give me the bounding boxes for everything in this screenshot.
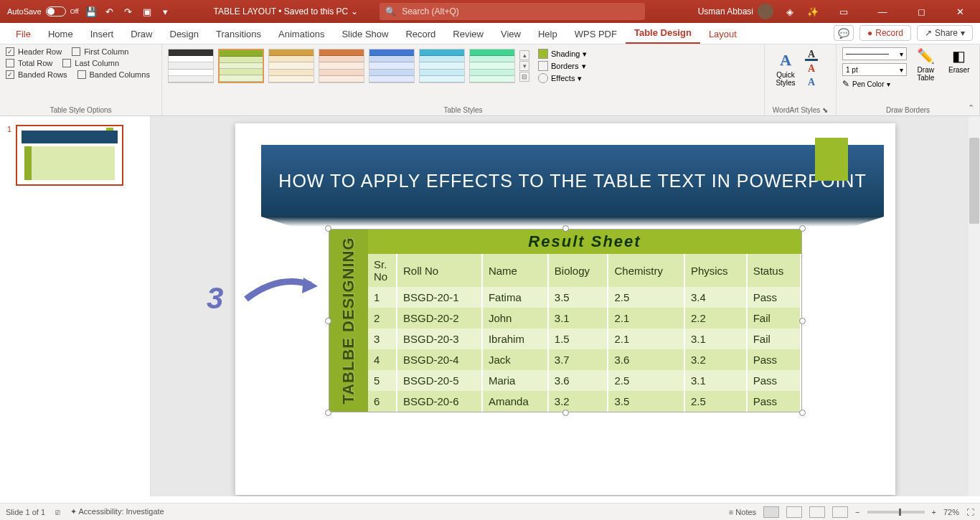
ribbon-mode-icon[interactable]: ▭ <box>829 1 858 22</box>
accessibility-status[interactable]: ✦ Accessibility: Investigate <box>70 507 164 516</box>
slide-thumbnail-1[interactable] <box>16 125 123 186</box>
selection-handle[interactable] <box>325 318 331 324</box>
status-bar: Slide 1 of 1 ⎚ ✦ Accessibility: Investig… <box>0 503 980 520</box>
document-title[interactable]: TABLE LAYOUT • Saved to this PC ⌄ <box>214 6 359 16</box>
table-object[interactable]: TABLBE DESIGNING Result Sheet Sr. No Rol… <box>329 229 802 412</box>
style-thumb-selected[interactable] <box>218 49 264 83</box>
text-effects-button[interactable]: A <box>805 77 818 88</box>
group-label-style-options: Table Style Options <box>6 105 156 114</box>
diamond-icon[interactable]: ◈ <box>783 5 796 18</box>
pen-weight-select[interactable]: 1 pt▾ <box>842 63 907 76</box>
tab-animations[interactable]: Animations <box>270 24 333 44</box>
table-row: 6BSGD-20-6Amanda3.23.52.5Pass <box>368 391 801 412</box>
tab-home[interactable]: Home <box>39 24 82 44</box>
vertical-scrollbar[interactable] <box>969 116 980 496</box>
slide-title: HOW TO APPLY EFFECTS TO THE TABLE TEXT I… <box>278 171 866 192</box>
pen-style-select[interactable]: ▾ <box>842 47 907 60</box>
undo-icon[interactable]: ↶ <box>103 5 116 18</box>
selection-handle[interactable] <box>562 410 569 416</box>
zoom-slider[interactable] <box>867 511 925 514</box>
sorter-view-button[interactable] <box>786 506 802 518</box>
text-outline-button[interactable]: A <box>805 63 818 75</box>
title-banner: HOW TO APPLY EFFECTS TO THE TABLE TEXT I… <box>261 145 884 217</box>
search-input[interactable]: 🔍 Search (Alt+Q) <box>380 3 645 20</box>
slide-canvas[interactable]: HOW TO APPLY EFFECTS TO THE TABLE TEXT I… <box>235 123 895 495</box>
tab-help[interactable]: Help <box>529 24 566 44</box>
toggle-switch[interactable] <box>46 6 66 16</box>
redo-icon[interactable]: ↷ <box>122 5 135 18</box>
maximize-button[interactable]: ◻ <box>907 1 936 22</box>
tab-wps-pdf[interactable]: WPS PDF <box>566 24 626 44</box>
selection-handle[interactable] <box>562 225 569 232</box>
close-button[interactable]: ✕ <box>946 1 974 22</box>
comments-button[interactable]: 💬 <box>834 25 854 41</box>
autosave-toggle[interactable]: AutoSave Off <box>7 6 79 16</box>
selection-handle[interactable] <box>799 318 806 324</box>
tab-record[interactable]: Record <box>397 24 444 44</box>
group-label-table-styles: Table Styles <box>168 105 758 114</box>
save-icon[interactable]: 💾 <box>85 5 98 18</box>
style-thumb[interactable] <box>319 49 364 83</box>
collapse-ribbon-icon[interactable]: ⌃ <box>968 103 974 113</box>
gallery-scroll-up[interactable]: ▴ <box>519 50 529 60</box>
gallery-scroll-down[interactable]: ▾ <box>519 61 529 71</box>
slide-editor[interactable]: HOW TO APPLY EFFECTS TO THE TABLE TEXT I… <box>151 116 980 496</box>
chk-header-row[interactable]: ✓Header Row <box>6 47 62 56</box>
search-icon: 🔍 <box>385 6 396 16</box>
col-header: Roll No <box>397 254 482 287</box>
fit-window-button[interactable]: ⛶ <box>966 508 974 516</box>
slideshow-view-button[interactable] <box>832 506 848 518</box>
gallery-more[interactable]: ⊟ <box>519 72 529 82</box>
zoom-out-button[interactable]: − <box>855 508 859 516</box>
effects-dropdown[interactable]: Effects ▾ <box>538 73 587 83</box>
table-row: 3BSGD-20-3Ibrahim1.52.13.1Fail <box>368 328 801 349</box>
minimize-button[interactable]: — <box>868 1 897 22</box>
chk-banded-rows[interactable]: ✓Banded Rows <box>6 70 67 79</box>
style-thumb[interactable] <box>168 49 214 83</box>
selection-handle[interactable] <box>325 225 331 232</box>
tab-table-design[interactable]: Table Design <box>626 23 700 44</box>
reading-view-button[interactable] <box>809 506 825 518</box>
tab-review[interactable]: Review <box>444 24 492 44</box>
tab-insert[interactable]: Insert <box>82 24 123 44</box>
style-thumb[interactable] <box>268 49 314 83</box>
selection-handle[interactable] <box>799 410 806 416</box>
share-button[interactable]: ↗ Share ▾ <box>917 25 973 41</box>
zoom-level[interactable]: 72% <box>943 508 959 516</box>
tab-view[interactable]: View <box>492 24 529 44</box>
title-bar: AutoSave Off 💾 ↶ ↷ ▣ ▾ TABLE LAYOUT • Sa… <box>0 0 980 23</box>
tab-layout[interactable]: Layout <box>700 24 745 44</box>
style-thumb[interactable] <box>469 49 515 83</box>
normal-view-button[interactable] <box>763 506 779 518</box>
eraser-button[interactable]: ◧Eraser <box>945 47 974 74</box>
draw-table-button[interactable]: ✏️Draw Table <box>911 47 941 82</box>
chk-banded-columns[interactable]: Banded Columns <box>77 70 150 79</box>
table-styles-gallery[interactable]: ▴ ▾ ⊟ <box>168 49 529 83</box>
notes-button[interactable]: ≡ Notes <box>729 508 756 516</box>
selection-handle[interactable] <box>799 225 806 232</box>
tab-slideshow[interactable]: Slide Show <box>333 24 397 44</box>
magic-icon[interactable]: ✨ <box>806 5 819 18</box>
language-icon[interactable]: ⎚ <box>55 508 60 516</box>
zoom-in-button[interactable]: + <box>932 508 936 516</box>
chk-total-row[interactable]: Total Row <box>6 59 52 67</box>
shading-dropdown[interactable]: Shading ▾ <box>538 49 587 59</box>
chk-first-column[interactable]: First Column <box>72 47 128 56</box>
tab-file[interactable]: File <box>7 24 39 44</box>
tab-draw[interactable]: Draw <box>122 24 161 44</box>
selection-handle[interactable] <box>325 410 331 416</box>
tab-design[interactable]: Design <box>161 24 207 44</box>
borders-dropdown[interactable]: Borders ▾ <box>538 61 587 71</box>
text-fill-button[interactable]: A <box>805 49 818 61</box>
quick-styles-button[interactable]: A Quick Styles <box>771 47 801 90</box>
style-thumb[interactable] <box>369 49 415 83</box>
style-thumb[interactable] <box>419 49 465 83</box>
present-icon[interactable]: ▣ <box>141 5 154 18</box>
record-button[interactable]: ● Record <box>859 25 911 41</box>
qat-customize-icon[interactable]: ▾ <box>159 5 172 18</box>
user-account[interactable]: Usman Abbasi <box>698 4 773 19</box>
pen-color-dropdown[interactable]: ✎Pen Color ▾ <box>842 79 907 89</box>
chk-last-column[interactable]: Last Column <box>62 59 119 67</box>
table-side-header: TABLBE DESIGNING <box>329 230 368 412</box>
tab-transitions[interactable]: Transitions <box>207 24 270 44</box>
